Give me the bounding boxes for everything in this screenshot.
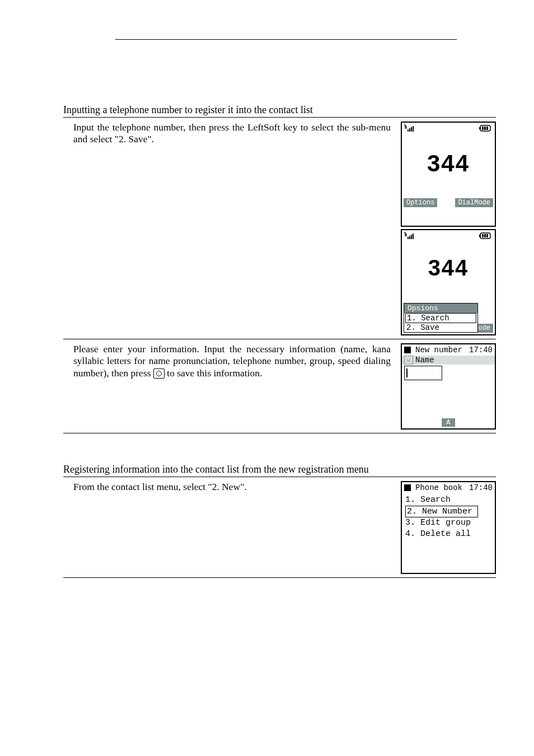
- title-icon: [404, 484, 411, 491]
- section1-step2-screens: New number 17:40 ☺ Name A: [401, 341, 496, 430]
- battery-icon: [479, 125, 493, 134]
- section2-step1-screens: Phone book 17:40 1. Search 2. New Number…: [401, 479, 496, 574]
- svg-rect-8: [486, 127, 488, 130]
- phonebook-menu: 1. Search 2. New Number 3. Edit group 4.…: [402, 493, 495, 539]
- section1-heading: Inputting a telephone number to register…: [63, 104, 534, 116]
- step2-desc-post: to save this information.: [165, 367, 263, 379]
- section2-heading: Registering information into the contact…: [63, 464, 534, 475]
- name-input[interactable]: [404, 366, 442, 380]
- svg-rect-0: [407, 129, 409, 132]
- section1-step2-desc: Please enter your information. Input the…: [63, 341, 401, 379]
- softkey-options[interactable]: Options: [404, 198, 437, 207]
- section1-rule: [63, 117, 496, 118]
- svg-rect-11: [411, 235, 412, 239]
- signal-icon: [404, 124, 416, 134]
- section2-step1-row: From the contact list menu, select "2. N…: [63, 479, 496, 574]
- title-bar: New number 17:40: [402, 344, 495, 356]
- svg-rect-10: [409, 236, 410, 239]
- phone-screen-dial: 344 Options DialMode: [401, 122, 496, 227]
- pb-item-new-number[interactable]: 2. New Number: [405, 506, 478, 518]
- section2-step1-desc: From the contact list menu, select "2. N…: [63, 479, 401, 493]
- battery-icon: [479, 232, 493, 241]
- popup-item-search[interactable]: 1. Search: [405, 313, 476, 323]
- status-bar: [402, 123, 495, 134]
- dialed-number: 344: [402, 150, 495, 177]
- section1-step1-desc: Input the telephone number, then press t…: [63, 119, 401, 146]
- section2-endrule: [63, 577, 496, 578]
- screen-title: Phone book: [415, 483, 462, 492]
- status-bar: [402, 230, 495, 242]
- phone-screen-options-popup: 344 ialMode Opsions 1. Search 2. Save: [401, 229, 496, 335]
- popup-item-save[interactable]: 2. Save: [404, 323, 477, 332]
- svg-rect-7: [484, 127, 486, 130]
- softkey-bar: Options DialMode: [402, 198, 495, 209]
- svg-rect-3: [413, 126, 414, 132]
- document-page: Inputting a telephone number to register…: [0, 0, 534, 756]
- page-top-rule: [115, 39, 457, 40]
- options-popup-items: 1. Search 2. Save: [404, 313, 477, 332]
- pb-item-delete-all[interactable]: 4. Delete all: [405, 529, 491, 540]
- signal-icon: [404, 232, 416, 242]
- title-icon: [404, 347, 411, 353]
- center-key-icon: [153, 368, 165, 379]
- phone-screen-phonebook: Phone book 17:40 1. Search 2. New Number…: [401, 481, 496, 574]
- options-popup: Opsions 1. Search 2. Save: [404, 303, 478, 333]
- dialed-number-partial: 344: [402, 255, 495, 281]
- section1-step2-row: Please enter your information. Input the…: [63, 341, 496, 430]
- phone-screen-new-number: New number 17:40 ☺ Name A: [401, 343, 496, 430]
- screen-title: New number: [415, 346, 462, 354]
- pb-item-search[interactable]: 1. Search: [405, 494, 491, 506]
- svg-rect-2: [411, 127, 412, 132]
- section1-midrule: [63, 339, 496, 339]
- svg-rect-14: [479, 235, 481, 237]
- pb-item-edit-group[interactable]: 3. Edit group: [405, 517, 491, 529]
- svg-rect-17: [486, 234, 488, 237]
- section1-endrule: [63, 433, 496, 433]
- title-bar: Phone book 17:40: [402, 482, 495, 493]
- section1-step1-row: Input the telephone number, then press t…: [63, 119, 496, 335]
- svg-rect-5: [479, 127, 481, 129]
- clock: 17:40: [469, 346, 493, 354]
- clock: 17:40: [469, 483, 493, 492]
- options-popup-title: Opsions: [404, 304, 477, 313]
- input-mode-badge: A: [442, 418, 455, 427]
- name-field-row: ☺ Name: [402, 356, 495, 365]
- section2-rule: [63, 477, 496, 477]
- section1-step1-screens: 344 Options DialMode: [401, 119, 496, 335]
- svg-rect-16: [484, 234, 486, 237]
- name-label: Name: [415, 356, 434, 365]
- person-icon: ☺: [404, 356, 413, 365]
- svg-rect-6: [482, 127, 484, 130]
- svg-rect-15: [482, 234, 484, 237]
- svg-rect-12: [413, 234, 414, 239]
- svg-rect-1: [409, 128, 410, 132]
- softkey-dialmode[interactable]: DialMode: [455, 198, 493, 207]
- svg-rect-9: [407, 237, 409, 239]
- text-cursor: [406, 368, 407, 377]
